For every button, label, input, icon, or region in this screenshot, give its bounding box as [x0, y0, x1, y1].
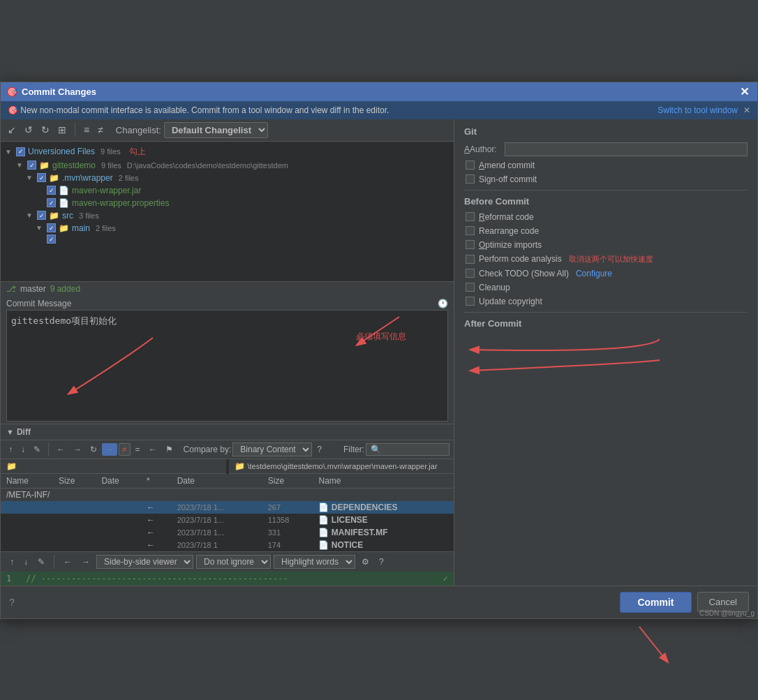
update-copyright-checkbox[interactable]	[466, 297, 475, 306]
optimize-imports-row[interactable]: Optimize imports	[464, 240, 748, 250]
list-item[interactable]: ✓ 📄 maven-wrapper.jar	[1, 184, 454, 197]
refresh-btn[interactable]: ↻	[38, 123, 52, 137]
checkbox[interactable]: ✓	[47, 186, 56, 195]
sign-off-checkbox[interactable]	[466, 174, 475, 184]
close-button[interactable]: ✕	[737, 85, 752, 98]
help-button[interactable]: ?	[9, 597, 15, 608]
not-equal-btn[interactable]: ≠	[119, 443, 131, 456]
next-change-btn[interactable]: ↓	[17, 443, 29, 456]
file-icon: 📄	[59, 198, 69, 208]
help-diff-btn[interactable]: ?	[376, 556, 387, 568]
next-btn[interactable]: ↓	[20, 556, 31, 568]
branch-name: master	[20, 284, 46, 294]
table-row[interactable]: /META-INF/	[1, 488, 454, 501]
next-file-diff-btn[interactable]: →	[78, 556, 94, 568]
folder-icon: 📁	[59, 223, 69, 233]
cleanup-checkbox[interactable]	[466, 283, 475, 292]
checkbox[interactable]: ✓	[37, 173, 46, 182]
sign-off-row[interactable]: Sign-off commit	[464, 174, 748, 184]
question-btn[interactable]: ?	[313, 443, 325, 456]
perform-code-analysis-checkbox[interactable]	[466, 255, 475, 264]
edit-btn[interactable]: ✎	[30, 443, 44, 456]
flag-btn[interactable]: ⚑	[162, 443, 177, 456]
table-row[interactable]: ← 2023/7/18 1... 11358 📄 LICENSE	[1, 514, 454, 526]
left-arrow-btn[interactable]: ←	[145, 443, 161, 456]
checkbox[interactable]: ✓	[27, 161, 36, 170]
move-to-changelist-btn[interactable]: ↙	[5, 123, 19, 137]
folder-icon: 📁	[39, 161, 50, 170]
right-panel-arrows	[464, 336, 674, 378]
update-copyright-row[interactable]: Update copyright	[464, 297, 748, 306]
checkbox[interactable]: ✓	[47, 234, 56, 244]
list-item[interactable]: ✓ 📄 maven-wrapper.properties	[1, 197, 454, 209]
equal-btn[interactable]: =	[132, 443, 144, 456]
amend-commit-checkbox[interactable]	[466, 161, 475, 170]
prev-file-btn[interactable]: ←	[53, 443, 68, 456]
check-todo-row[interactable]: Check TODO (Show All) Configure	[464, 269, 748, 278]
cleanup-row[interactable]: Cleanup	[464, 283, 748, 292]
rearrange-code-checkbox[interactable]	[466, 226, 475, 235]
table-row[interactable]: ← 2023/7/18 1... 267 📄 DEPENDENCIES	[1, 501, 454, 514]
list-item[interactable]: ▼ ✓ Unversioned Files 9 files 勾上	[1, 144, 454, 159]
info-bar-close[interactable]: ✕	[743, 105, 750, 115]
diff-file-table: Name Size Date * Date Size Name /META-IN…	[1, 474, 454, 551]
table-row[interactable]: ← 2023/7/18 1 174 📄 NOTICE	[1, 539, 454, 551]
list-item[interactable]: ✓	[1, 234, 454, 244]
checkbox[interactable]: ✓	[37, 211, 46, 220]
author-input[interactable]	[505, 142, 748, 156]
right-path-bar: 📁 \testdemo\gittestdemo\.mvn\wrapper\mav…	[229, 459, 454, 474]
checkbox[interactable]: ✓	[47, 198, 56, 207]
expand-diff-icon[interactable]: ▼	[6, 428, 14, 436]
highlight-select[interactable]: Highlight words	[274, 555, 355, 569]
list-item[interactable]: ▼ ✓ 📁 src 3 files	[1, 209, 454, 222]
col-right-size: Size	[262, 474, 313, 489]
amend-commit-row[interactable]: Amend commit	[464, 161, 748, 170]
filter-btn[interactable]: ≠	[95, 123, 106, 137]
added-count: 9 added	[50, 284, 80, 294]
right-arrow-btn[interactable]: →	[102, 443, 117, 456]
settings-btn[interactable]: ⚙	[358, 556, 373, 568]
optimize-imports-checkbox[interactable]	[466, 240, 475, 249]
switch-to-tool-window-link[interactable]: Switch to tool window	[657, 105, 738, 115]
next-file-btn[interactable]: →	[70, 443, 85, 456]
checkbox[interactable]: ✓	[16, 147, 25, 156]
sort-btn[interactable]: ≡	[81, 123, 92, 137]
refresh-diff-btn[interactable]: ↻	[87, 443, 101, 456]
prev-change-btn[interactable]: ↑	[5, 443, 16, 456]
compare-by-select[interactable]: Binary Content	[232, 442, 312, 456]
list-item[interactable]: ▼ ✓ 📁 gittestdemo 9 files D:\javaCodes\c…	[1, 159, 454, 172]
col-right-name: Name	[313, 474, 454, 489]
expand-icon: ▼	[3, 148, 13, 156]
prev-btn[interactable]: ↑	[6, 556, 17, 568]
file-path: D:\javaCodes\codes\demo\testdemo\gittest…	[127, 161, 288, 170]
before-commit-title: Before Commit	[464, 196, 748, 207]
prev-file-diff-btn[interactable]: ←	[60, 556, 75, 568]
configure-link[interactable]: Configure	[576, 269, 612, 278]
cell-size: 174	[262, 539, 313, 551]
reformat-code-checkbox[interactable]	[466, 212, 475, 221]
files-toolbar: ↙ ↺ ↻ ⊞ ≡ ≠ Changelist: Default Changeli…	[1, 119, 454, 142]
group-btn[interactable]: ⊞	[55, 123, 69, 137]
edit-diff-btn[interactable]: ✎	[34, 556, 48, 568]
title-bar: 🎯 Commit Changes ✕	[1, 82, 757, 101]
check-todo-checkbox[interactable]	[466, 269, 475, 278]
author-field: AAuthor:	[464, 142, 748, 156]
file-name: Unversioned Files	[28, 147, 95, 156]
commit-button[interactable]: Commit	[620, 592, 691, 613]
file-name: gittestdemo	[52, 161, 96, 170]
separator	[48, 442, 49, 456]
perform-code-analysis-row[interactable]: Perform code analysis 取消这两个可以加快速度	[464, 254, 748, 265]
viewer-select[interactable]: Side-by-side viewer	[96, 555, 193, 569]
arrow-cell: ←	[141, 501, 172, 514]
commit-message-input[interactable]: gittestdemo项目初始化	[6, 310, 448, 422]
filter-input[interactable]	[366, 443, 449, 456]
list-item[interactable]: ▼ ✓ 📁 main 2 files	[1, 222, 454, 234]
changelist-select[interactable]: Default Changelist	[164, 122, 268, 138]
table-row[interactable]: ← 2023/7/18 1... 331 📄 MANIFEST.MF	[1, 526, 454, 539]
checkbox[interactable]: ✓	[47, 223, 56, 232]
rearrange-code-row[interactable]: Rearrange code	[464, 226, 748, 236]
undo-btn[interactable]: ↺	[22, 123, 36, 137]
list-item[interactable]: ▼ ✓ 📁 .mvn\wrapper 2 files	[1, 172, 454, 184]
ignore-select[interactable]: Do not ignore	[196, 555, 271, 569]
reformat-code-row[interactable]: Reformat code	[464, 212, 748, 222]
